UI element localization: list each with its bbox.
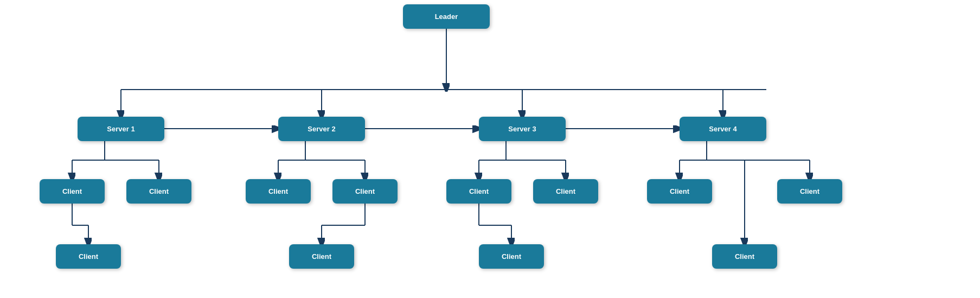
leader-label: Leader — [435, 12, 458, 21]
s4-client3-node: Client — [712, 244, 777, 269]
server3-label: Server 3 — [508, 125, 536, 133]
diagram: Leader Server 1 Server 2 Server 3 Server… — [0, 0, 980, 298]
s3-client2-label: Client — [556, 187, 575, 195]
s1-client3-label: Client — [79, 252, 98, 261]
leader-node: Leader — [403, 4, 490, 29]
s1-client2-node: Client — [126, 179, 191, 204]
s1-client2-label: Client — [149, 187, 169, 195]
server4-node: Server 4 — [680, 117, 766, 141]
s2-client3-label: Client — [312, 252, 331, 261]
s1-client3-node: Client — [56, 244, 121, 269]
server1-node: Server 1 — [78, 117, 164, 141]
s3-client1-node: Client — [446, 179, 511, 204]
s3-client1-label: Client — [469, 187, 489, 195]
server2-node: Server 2 — [278, 117, 365, 141]
server4-label: Server 4 — [709, 125, 736, 133]
s1-client1-node: Client — [40, 179, 105, 204]
server1-label: Server 1 — [107, 125, 134, 133]
s3-client2-node: Client — [533, 179, 598, 204]
s4-client2-label: Client — [800, 187, 819, 195]
s3-client3-label: Client — [502, 252, 521, 261]
s4-client2-node: Client — [777, 179, 842, 204]
server3-node: Server 3 — [479, 117, 566, 141]
s2-client2-label: Client — [355, 187, 375, 195]
s4-client1-node: Client — [647, 179, 712, 204]
server2-label: Server 2 — [308, 125, 335, 133]
s4-client3-label: Client — [735, 252, 754, 261]
s4-client1-label: Client — [670, 187, 689, 195]
s2-client2-node: Client — [332, 179, 398, 204]
s2-client1-label: Client — [268, 187, 288, 195]
s1-client1-label: Client — [62, 187, 82, 195]
s2-client3-node: Client — [289, 244, 354, 269]
s2-client1-node: Client — [246, 179, 311, 204]
s3-client3-node: Client — [479, 244, 544, 269]
